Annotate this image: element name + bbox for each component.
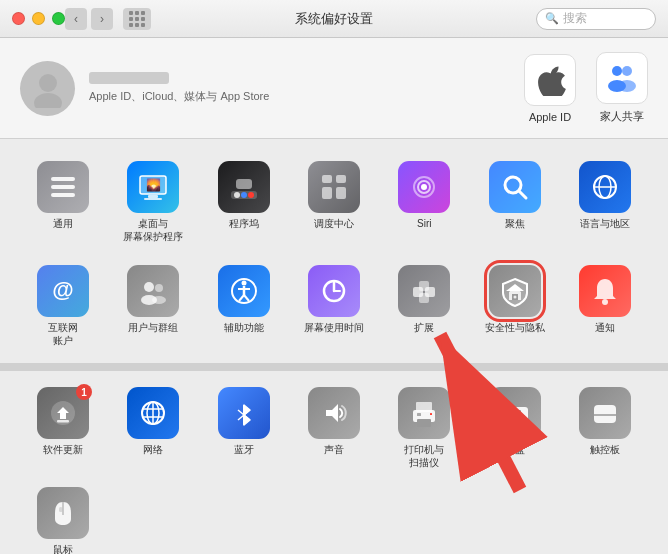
svg-point-1 — [34, 93, 62, 108]
svg-point-35 — [152, 296, 166, 304]
pref-item-language[interactable]: 语言与地区 — [562, 155, 648, 249]
window-title: 系统偏好设置 — [295, 10, 373, 28]
svg-rect-67 — [417, 419, 431, 427]
pref-item-mission-control[interactable]: 调度中心 — [291, 155, 377, 249]
pref-item-bluetooth[interactable]: 蓝牙 — [201, 381, 287, 475]
pref-item-mouse[interactable]: 鼠标 — [20, 481, 106, 554]
screentime-label: 屏幕使用时间 — [304, 321, 364, 334]
trackpad-label: 触控板 — [590, 443, 620, 456]
svg-marker-64 — [326, 404, 338, 422]
account-left: Apple ID、iCloud、媒体与 App Store — [20, 61, 269, 116]
print-label: 打印机与 扫描仪 — [404, 443, 444, 469]
pref-item-keyboard[interactable]: 键盘 — [471, 381, 557, 475]
grid-button[interactable] — [123, 8, 151, 30]
accessibility-label: 辅助功能 — [224, 321, 264, 334]
software-icon: 1 — [37, 387, 89, 439]
account-info: Apple ID、iCloud、媒体与 App Store — [89, 72, 269, 104]
internet-icon: @ — [37, 265, 89, 317]
svg-point-0 — [39, 74, 57, 92]
pref-item-dock[interactable]: 程序坞 — [201, 155, 287, 249]
pref-item-spotlight[interactable]: 聚焦 — [471, 155, 557, 249]
title-bar: ‹ › 系统偏好设置 🔍 搜索 — [0, 0, 668, 38]
svg-point-15 — [234, 192, 240, 198]
pref-row-3: 1 软件更新 网络 — [20, 381, 648, 554]
svg-rect-73 — [517, 410, 521, 413]
pref-item-desktop[interactable]: 🌄 桌面与 屏幕保护程序 — [110, 155, 196, 249]
avatar[interactable] — [20, 61, 75, 116]
general-label: 通用 — [53, 217, 73, 230]
account-name-blurred — [89, 72, 169, 84]
siri-label: Siri — [417, 217, 431, 230]
keyboard-icon — [489, 387, 541, 439]
print-icon — [398, 387, 450, 439]
pref-item-trackpad[interactable]: 触控板 — [562, 381, 648, 475]
dock-icon — [218, 161, 270, 213]
pref-item-screentime[interactable]: 屏幕使用时间 — [291, 259, 377, 353]
family-sharing-button[interactable]: 家人共享 — [596, 52, 648, 124]
notifications-label: 通知 — [595, 321, 615, 334]
svg-rect-55 — [57, 420, 69, 423]
account-sub-label: Apple ID、iCloud、媒体与 App Store — [89, 89, 269, 104]
pref-row-2: @ 互联网 账户 用户与群组 — [20, 259, 648, 353]
pref-item-print[interactable]: 打印机与 扫描仪 — [381, 381, 467, 475]
svg-line-40 — [239, 295, 244, 301]
svg-rect-69 — [430, 413, 432, 415]
search-icon: 🔍 — [545, 12, 559, 25]
maximize-button[interactable] — [52, 12, 65, 25]
search-placeholder: 搜索 — [563, 10, 587, 27]
language-icon — [579, 161, 631, 213]
svg-line-41 — [244, 295, 249, 301]
internet-label: 互联网 账户 — [48, 321, 78, 347]
svg-point-17 — [248, 192, 254, 198]
svg-rect-75 — [594, 405, 616, 423]
close-button[interactable] — [12, 12, 25, 25]
spotlight-label: 聚焦 — [505, 217, 525, 230]
svg-rect-78 — [59, 507, 63, 512]
security-icon — [489, 265, 541, 317]
svg-rect-7 — [51, 185, 75, 189]
svg-rect-68 — [417, 413, 421, 416]
mouse-label: 鼠标 — [53, 543, 73, 554]
pref-item-accessibility[interactable]: 辅助功能 — [201, 259, 287, 353]
svg-point-32 — [144, 282, 154, 292]
svg-point-3 — [622, 66, 632, 76]
forward-button[interactable]: › — [91, 8, 113, 30]
pref-item-internet[interactable]: @ 互联网 账户 — [20, 259, 106, 353]
svg-rect-47 — [419, 281, 429, 291]
svg-rect-8 — [51, 193, 75, 197]
pref-item-users[interactable]: 用户与群组 — [110, 259, 196, 353]
users-icon — [127, 265, 179, 317]
pref-item-notifications[interactable]: 通知 — [562, 259, 648, 353]
network-label: 网络 — [143, 443, 163, 456]
extensions-icon — [398, 265, 450, 317]
sound-label: 声音 — [324, 443, 344, 456]
apple-id-button[interactable]: Apple ID — [524, 54, 576, 123]
minimize-button[interactable] — [32, 12, 45, 25]
mission-control-label: 调度中心 — [314, 217, 354, 230]
keyboard-label: 键盘 — [505, 443, 525, 456]
pref-item-network[interactable]: 网络 — [110, 381, 196, 475]
pref-item-software[interactable]: 1 软件更新 — [20, 381, 106, 475]
nav-buttons: ‹ › — [65, 8, 151, 30]
security-label: 安全性与隐私 — [485, 321, 545, 334]
main-content: 通用 🌄 桌面与 屏幕保护程序 — [0, 139, 668, 554]
pref-item-general[interactable]: 通用 — [20, 155, 106, 249]
pref-item-sound[interactable]: 声音 — [291, 381, 377, 475]
users-label: 用户与群组 — [128, 321, 178, 334]
mouse-icon — [37, 487, 89, 539]
software-badge: 1 — [76, 384, 92, 400]
pref-item-extensions[interactable]: 扩展 — [381, 259, 467, 353]
pref-item-security[interactable]: 安全性与隐私 — [471, 259, 557, 353]
siri-icon — [398, 161, 450, 213]
bluetooth-label: 蓝牙 — [234, 443, 254, 456]
account-section: Apple ID、iCloud、媒体与 App Store Apple ID — [0, 38, 668, 139]
search-box[interactable]: 🔍 搜索 — [536, 8, 656, 30]
pref-item-siri[interactable]: Siri — [381, 155, 467, 249]
svg-rect-48 — [419, 293, 429, 303]
svg-text:@: @ — [52, 277, 73, 302]
account-right: Apple ID 家人共享 — [524, 52, 648, 124]
back-button[interactable]: ‹ — [65, 8, 87, 30]
svg-point-5 — [618, 80, 636, 92]
svg-point-16 — [241, 192, 247, 198]
extensions-label: 扩展 — [414, 321, 434, 334]
